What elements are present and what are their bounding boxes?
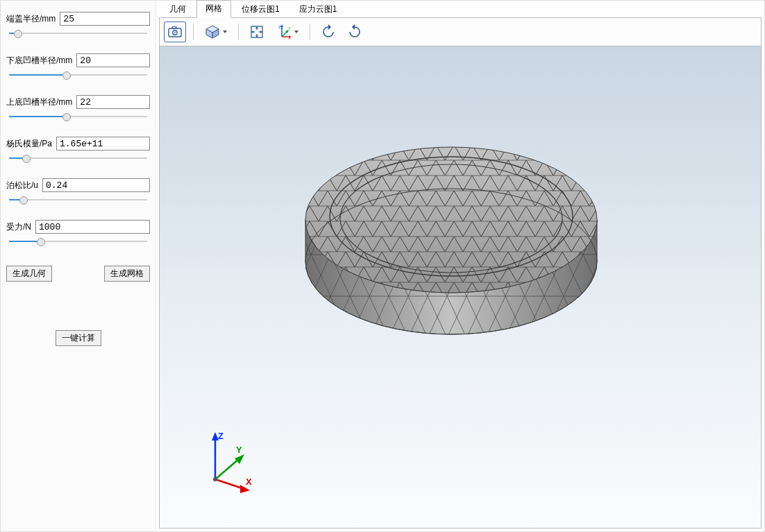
svg-marker-35: [212, 432, 219, 440]
svg-text:X: X: [288, 36, 291, 40]
axes-icon: Z Y X: [276, 24, 292, 40]
param-label: 端盖半径/mm: [6, 13, 56, 25]
svg-line-37: [215, 458, 239, 479]
parameter-panel: 端盖半径/mm 下底凹槽半径/mm 上底凹槽半径/mm: [1, 1, 156, 531]
param-label: 泊松比/u: [6, 180, 38, 191]
upper-groove-radius-input[interactable]: [76, 95, 150, 109]
one-click-calc-button[interactable]: 一键计算: [56, 330, 101, 346]
cap-radius-input[interactable]: [60, 12, 150, 26]
youngs-modulus-slider[interactable]: [6, 152, 150, 166]
param-row-youngs-modulus: 杨氏模量/Pa: [6, 137, 150, 151]
poisson-ratio-slider[interactable]: [6, 194, 150, 207]
param-row-force: 受力/N: [6, 220, 150, 234]
slider-thumb[interactable]: [14, 30, 22, 38]
force-input[interactable]: [35, 220, 150, 234]
orientation-triad: Z Y X: [201, 431, 264, 493]
youngs-modulus-input[interactable]: [56, 137, 150, 151]
slider-thumb[interactable]: [19, 196, 28, 205]
calc-button-row: 一键计算: [6, 330, 150, 346]
cap-radius-slider[interactable]: [6, 27, 150, 41]
param-label: 上底凹槽半径/mm: [6, 96, 72, 108]
param-row-cap-radius: 端盖半径/mm: [6, 12, 150, 26]
svg-text:Y: Y: [236, 445, 242, 455]
svg-marker-41: [240, 485, 250, 493]
isometric-view-icon: [205, 24, 220, 40]
toolbar-separator: [310, 24, 310, 40]
generate-mesh-button[interactable]: 生成网格: [104, 266, 150, 282]
tab-stress-contour[interactable]: 应力云图1: [290, 1, 346, 18]
param-label: 下底凹槽半径/mm: [6, 55, 72, 67]
right-panel: 几何 网格 位移云图1 应力云图1: [156, 1, 764, 531]
svg-marker-26: [352, 24, 355, 30]
screenshot-button[interactable]: [164, 22, 186, 42]
lower-groove-radius-slider[interactable]: [6, 69, 150, 83]
app-root: 端盖半径/mm 下底凹槽半径/mm 上底凹槽半径/mm: [0, 0, 765, 532]
fit-view-icon: [250, 25, 264, 39]
lower-groove-radius-input[interactable]: [76, 53, 150, 67]
param-row-lower-groove-radius: 下底凹槽半径/mm: [6, 53, 150, 67]
chevron-down-icon: [294, 31, 299, 33]
slider-thumb[interactable]: [22, 155, 31, 163]
svg-text:X: X: [246, 477, 252, 487]
view-orientation-button[interactable]: [201, 22, 231, 42]
upper-groove-radius-slider[interactable]: [6, 110, 150, 124]
rotate-cw-icon: [347, 24, 362, 40]
poisson-ratio-input[interactable]: [42, 178, 150, 192]
generate-buttons-row: 生成几何 生成网格: [6, 266, 150, 282]
axes-toggle-button[interactable]: Z Y X: [272, 22, 303, 42]
camera-icon: [168, 26, 182, 37]
mesh-model: [292, 130, 611, 338]
rotate-cw-button[interactable]: [344, 22, 366, 42]
svg-point-43: [213, 477, 217, 481]
param-label: 杨氏模量/Pa: [6, 138, 52, 150]
slider-thumb[interactable]: [62, 71, 71, 80]
force-slider[interactable]: [6, 235, 150, 249]
rotate-ccw-button[interactable]: [317, 22, 339, 42]
view-toolbar: Z Y X: [159, 17, 762, 46]
mesh-viewport[interactable]: Z Y X: [159, 46, 762, 529]
slider-thumb[interactable]: [37, 238, 45, 246]
tab-mesh[interactable]: 网格: [196, 0, 231, 18]
param-row-poisson-ratio: 泊松比/u: [6, 178, 150, 192]
svg-line-40: [215, 479, 244, 489]
chevron-down-icon: [223, 31, 227, 33]
generate-geometry-button[interactable]: 生成几何: [6, 266, 52, 282]
tab-displacement-contour[interactable]: 位移云图1: [233, 1, 289, 18]
rotate-ccw-icon: [321, 24, 336, 40]
slider-thumb[interactable]: [62, 113, 71, 121]
fit-view-button[interactable]: [246, 22, 268, 42]
param-label: 受力/N: [6, 221, 31, 233]
view-tabbar: 几何 网格 位移云图1 应力云图1: [156, 1, 764, 17]
svg-rect-1: [172, 27, 176, 29]
toolbar-separator: [238, 24, 239, 40]
tab-geometry[interactable]: 几何: [160, 1, 195, 18]
svg-text:Z: Z: [278, 25, 281, 29]
toolbar-separator: [193, 24, 194, 40]
param-row-upper-groove-radius: 上底凹槽半径/mm: [6, 95, 150, 109]
svg-marker-38: [235, 454, 244, 464]
svg-text:Z: Z: [218, 431, 224, 441]
svg-text:Y: Y: [288, 26, 291, 31]
svg-point-3: [174, 32, 176, 34]
svg-marker-25: [328, 24, 331, 30]
